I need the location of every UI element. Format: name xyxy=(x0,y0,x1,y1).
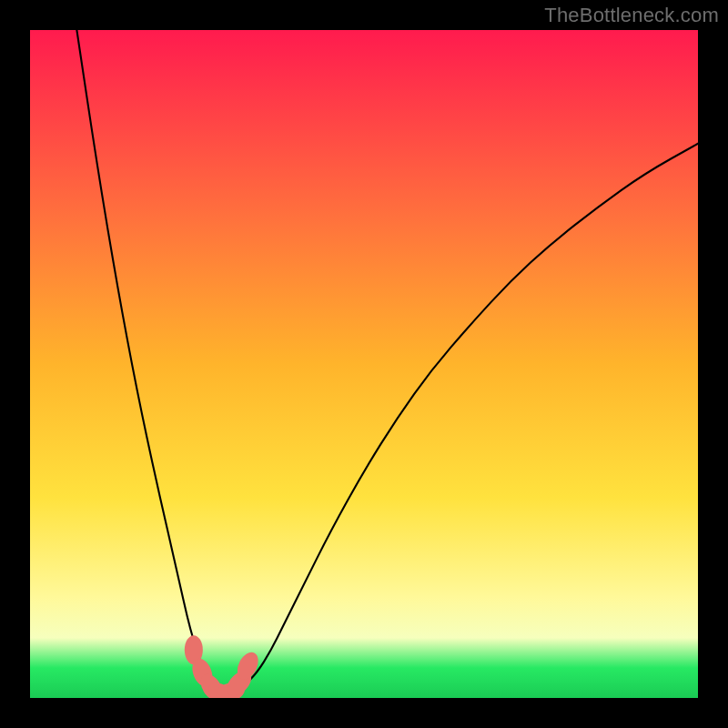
chart-stage: TheBottleneck.com xyxy=(0,0,728,728)
bottleneck-chart xyxy=(30,30,698,698)
watermark-text: TheBottleneck.com xyxy=(544,4,719,27)
gradient-background xyxy=(30,30,698,698)
